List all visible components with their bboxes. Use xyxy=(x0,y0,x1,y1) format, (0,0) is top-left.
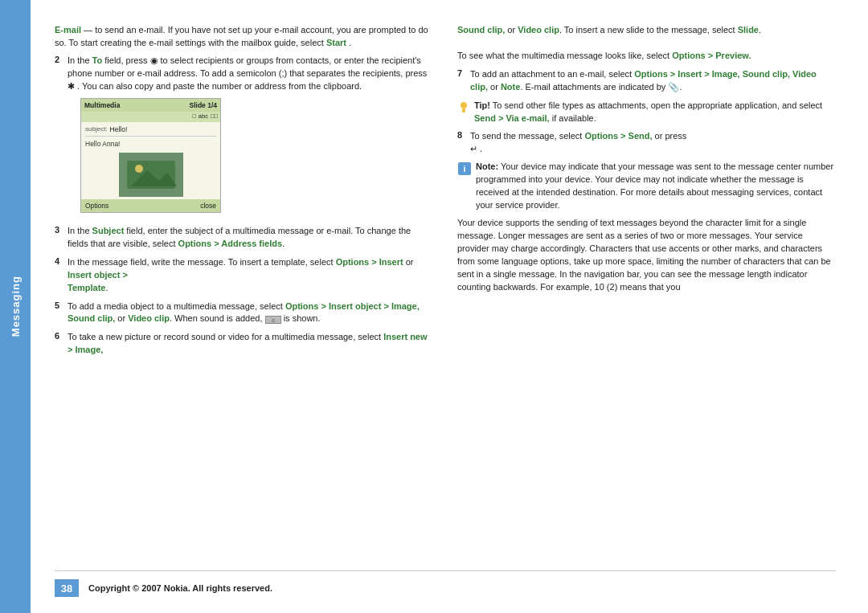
phone-subject-value: Hello! xyxy=(110,125,128,134)
item-5: 5 To add a media object to a multimedia … xyxy=(55,300,433,326)
phone-message: Hello Anna! xyxy=(85,139,216,149)
phone-bottom-bar: Options close xyxy=(81,199,220,212)
item-6-content: To take a new picture or record sound or… xyxy=(68,331,433,357)
svg-point-2 xyxy=(135,165,143,173)
item-6-num: 6 xyxy=(55,331,68,341)
note-content: Note: Your device may indicate that your… xyxy=(476,161,836,212)
tip-box: Tip! To send other file types as attachm… xyxy=(457,100,836,125)
sound-icon: ♫ xyxy=(265,316,281,324)
item-7b-num: 7 xyxy=(457,68,470,78)
left-column: E-mail — to send an e-mail. If you have … xyxy=(55,24,433,564)
copyright: Copyright © 2007 Nokia. All rights reser… xyxy=(88,583,272,593)
item-3-content: In the Subject field, enter the subject … xyxy=(68,225,433,251)
page-number: 38 xyxy=(55,579,79,597)
svg-point-4 xyxy=(461,102,467,108)
side-tab: Messaging xyxy=(0,0,31,613)
svg-text:i: i xyxy=(463,164,465,174)
svg-rect-5 xyxy=(462,108,465,112)
columns: E-mail — to send an e-mail. If you have … xyxy=(55,24,836,564)
right-column: Sound clip, or Video clip. To insert a n… xyxy=(457,24,836,564)
final-paragraph: Your device supports the sending of text… xyxy=(457,217,836,294)
bottom-bar: 38 Copyright © 2007 Nokia. All rights re… xyxy=(55,570,836,597)
item-2: 2 In the To field, press ◉ to select rec… xyxy=(55,55,433,219)
main-content: E-mail — to send an e-mail. If you have … xyxy=(31,0,868,613)
item-7b: 7 To add an attachment to an e-mail, sel… xyxy=(457,68,836,94)
page: Messaging E-mail — to send an e-mail. If… xyxy=(0,0,868,613)
note-icon: i xyxy=(457,161,472,176)
phone-options: Options xyxy=(85,201,108,210)
item-4: 4 In the message field, write the messag… xyxy=(55,256,433,295)
item-4-content: In the message field, write the message.… xyxy=(68,256,433,295)
item-3: 3 In the Subject field, enter the subjec… xyxy=(55,225,433,251)
item-2-num: 2 xyxy=(55,55,68,64)
item-6: 6 To take a new picture or record sound … xyxy=(55,331,433,357)
item-3-num: 3 xyxy=(55,225,68,235)
item-2-content: In the To field, press ◉ to select recip… xyxy=(68,55,433,219)
item-5-num: 5 xyxy=(55,300,68,310)
item-7: Sound clip, or Video clip. To insert a n… xyxy=(457,24,836,63)
item-7-content: Sound clip, or Video clip. To insert a n… xyxy=(457,24,836,63)
phone-title: Multimedia xyxy=(84,100,120,110)
note-box: i Note: Your device may indicate that yo… xyxy=(457,161,836,212)
phone-toolbar: □ abc □□ xyxy=(81,112,220,122)
phone-close: close xyxy=(200,201,216,210)
item-8: 8 To send the message, select Options > … xyxy=(457,130,836,156)
phone-body: subject: Hello! Hello Anna! xyxy=(81,122,220,199)
start-link: Start xyxy=(326,38,346,47)
side-tab-label: Messaging xyxy=(10,276,22,337)
phone-image xyxy=(119,153,183,197)
tip-icon xyxy=(457,100,470,113)
phone-slide: Slide 1/4 xyxy=(190,100,218,110)
phone-screenshot: Multimedia Slide 1/4 □ abc □□ subject: xyxy=(80,98,221,213)
item-8-num: 8 xyxy=(457,130,470,140)
tip-content: Tip! To send other file types as attachm… xyxy=(474,100,836,125)
item-7b-content: To add an attachment to an e-mail, selec… xyxy=(470,68,836,94)
phone-title-bar: Multimedia Slide 1/4 xyxy=(81,99,220,112)
item-5-content: To add a media object to a multimedia me… xyxy=(68,300,433,326)
phone-subject-row: subject: Hello! xyxy=(85,125,216,137)
item-8-content: To send the message, select Options > Se… xyxy=(470,130,836,156)
email-link: E-mail xyxy=(55,25,81,35)
item-4-num: 4 xyxy=(55,256,68,266)
intro-paragraph: E-mail — to send an e-mail. If you have … xyxy=(55,24,433,50)
